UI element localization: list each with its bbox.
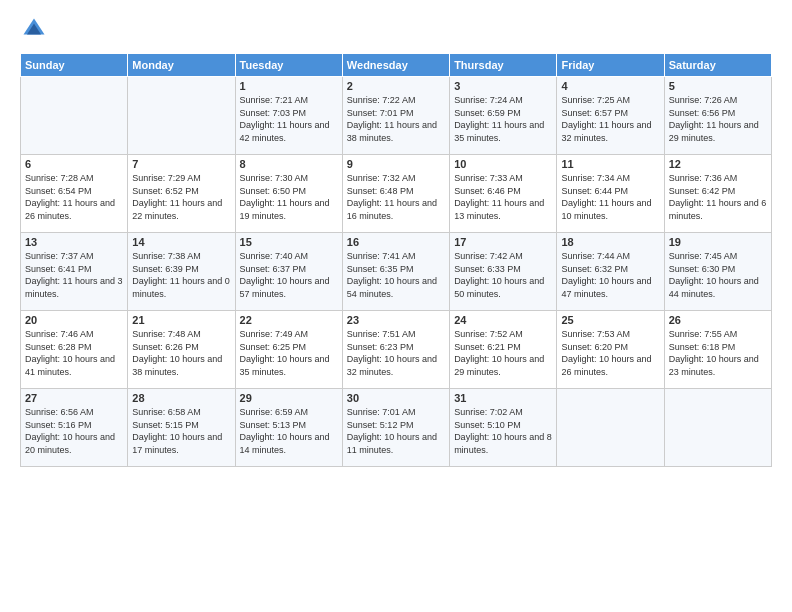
day-info: Sunrise: 7:42 AM Sunset: 6:33 PM Dayligh… (454, 250, 552, 300)
day-info: Sunrise: 7:37 AM Sunset: 6:41 PM Dayligh… (25, 250, 123, 300)
day-cell: 22Sunrise: 7:49 AM Sunset: 6:25 PM Dayli… (235, 311, 342, 389)
day-info: Sunrise: 7:38 AM Sunset: 6:39 PM Dayligh… (132, 250, 230, 300)
day-cell: 27Sunrise: 6:56 AM Sunset: 5:16 PM Dayli… (21, 389, 128, 467)
day-info: Sunrise: 7:46 AM Sunset: 6:28 PM Dayligh… (25, 328, 123, 378)
day-info: Sunrise: 7:25 AM Sunset: 6:57 PM Dayligh… (561, 94, 659, 144)
col-header-tuesday: Tuesday (235, 54, 342, 77)
day-info: Sunrise: 7:21 AM Sunset: 7:03 PM Dayligh… (240, 94, 338, 144)
day-number: 26 (669, 314, 767, 326)
day-info: Sunrise: 7:49 AM Sunset: 6:25 PM Dayligh… (240, 328, 338, 378)
day-number: 7 (132, 158, 230, 170)
day-number: 8 (240, 158, 338, 170)
col-header-saturday: Saturday (664, 54, 771, 77)
day-number: 5 (669, 80, 767, 92)
day-info: Sunrise: 7:44 AM Sunset: 6:32 PM Dayligh… (561, 250, 659, 300)
day-cell: 6Sunrise: 7:28 AM Sunset: 6:54 PM Daylig… (21, 155, 128, 233)
day-info: Sunrise: 6:59 AM Sunset: 5:13 PM Dayligh… (240, 406, 338, 456)
page: SundayMondayTuesdayWednesdayThursdayFrid… (0, 0, 792, 612)
day-number: 30 (347, 392, 445, 404)
day-cell: 17Sunrise: 7:42 AM Sunset: 6:33 PM Dayli… (450, 233, 557, 311)
logo-icon (20, 15, 48, 43)
day-info: Sunrise: 7:48 AM Sunset: 6:26 PM Dayligh… (132, 328, 230, 378)
day-cell: 14Sunrise: 7:38 AM Sunset: 6:39 PM Dayli… (128, 233, 235, 311)
day-info: Sunrise: 7:32 AM Sunset: 6:48 PM Dayligh… (347, 172, 445, 222)
day-info: Sunrise: 7:28 AM Sunset: 6:54 PM Dayligh… (25, 172, 123, 222)
day-cell: 13Sunrise: 7:37 AM Sunset: 6:41 PM Dayli… (21, 233, 128, 311)
day-number: 16 (347, 236, 445, 248)
day-info: Sunrise: 7:45 AM Sunset: 6:30 PM Dayligh… (669, 250, 767, 300)
day-cell: 7Sunrise: 7:29 AM Sunset: 6:52 PM Daylig… (128, 155, 235, 233)
day-info: Sunrise: 7:34 AM Sunset: 6:44 PM Dayligh… (561, 172, 659, 222)
day-number: 31 (454, 392, 552, 404)
day-cell: 3Sunrise: 7:24 AM Sunset: 6:59 PM Daylig… (450, 77, 557, 155)
day-info: Sunrise: 7:41 AM Sunset: 6:35 PM Dayligh… (347, 250, 445, 300)
day-cell: 26Sunrise: 7:55 AM Sunset: 6:18 PM Dayli… (664, 311, 771, 389)
day-cell: 5Sunrise: 7:26 AM Sunset: 6:56 PM Daylig… (664, 77, 771, 155)
day-cell: 23Sunrise: 7:51 AM Sunset: 6:23 PM Dayli… (342, 311, 449, 389)
week-row-2: 6Sunrise: 7:28 AM Sunset: 6:54 PM Daylig… (21, 155, 772, 233)
day-cell: 4Sunrise: 7:25 AM Sunset: 6:57 PM Daylig… (557, 77, 664, 155)
day-cell: 8Sunrise: 7:30 AM Sunset: 6:50 PM Daylig… (235, 155, 342, 233)
day-cell: 16Sunrise: 7:41 AM Sunset: 6:35 PM Dayli… (342, 233, 449, 311)
day-cell: 12Sunrise: 7:36 AM Sunset: 6:42 PM Dayli… (664, 155, 771, 233)
day-cell: 18Sunrise: 7:44 AM Sunset: 6:32 PM Dayli… (557, 233, 664, 311)
day-number: 27 (25, 392, 123, 404)
day-number: 23 (347, 314, 445, 326)
col-header-thursday: Thursday (450, 54, 557, 77)
day-info: Sunrise: 7:26 AM Sunset: 6:56 PM Dayligh… (669, 94, 767, 144)
day-cell: 11Sunrise: 7:34 AM Sunset: 6:44 PM Dayli… (557, 155, 664, 233)
day-info: Sunrise: 7:51 AM Sunset: 6:23 PM Dayligh… (347, 328, 445, 378)
day-cell: 15Sunrise: 7:40 AM Sunset: 6:37 PM Dayli… (235, 233, 342, 311)
week-row-1: 1Sunrise: 7:21 AM Sunset: 7:03 PM Daylig… (21, 77, 772, 155)
day-cell (128, 77, 235, 155)
day-cell: 21Sunrise: 7:48 AM Sunset: 6:26 PM Dayli… (128, 311, 235, 389)
day-cell: 29Sunrise: 6:59 AM Sunset: 5:13 PM Dayli… (235, 389, 342, 467)
col-header-monday: Monday (128, 54, 235, 77)
day-number: 15 (240, 236, 338, 248)
day-info: Sunrise: 7:02 AM Sunset: 5:10 PM Dayligh… (454, 406, 552, 456)
day-number: 6 (25, 158, 123, 170)
header (20, 15, 772, 43)
day-info: Sunrise: 7:36 AM Sunset: 6:42 PM Dayligh… (669, 172, 767, 222)
day-number: 19 (669, 236, 767, 248)
day-number: 14 (132, 236, 230, 248)
day-number: 11 (561, 158, 659, 170)
day-cell: 10Sunrise: 7:33 AM Sunset: 6:46 PM Dayli… (450, 155, 557, 233)
day-number: 10 (454, 158, 552, 170)
day-cell: 2Sunrise: 7:22 AM Sunset: 7:01 PM Daylig… (342, 77, 449, 155)
col-header-friday: Friday (557, 54, 664, 77)
week-row-3: 13Sunrise: 7:37 AM Sunset: 6:41 PM Dayli… (21, 233, 772, 311)
day-cell: 9Sunrise: 7:32 AM Sunset: 6:48 PM Daylig… (342, 155, 449, 233)
day-info: Sunrise: 7:24 AM Sunset: 6:59 PM Dayligh… (454, 94, 552, 144)
day-cell (664, 389, 771, 467)
day-cell: 28Sunrise: 6:58 AM Sunset: 5:15 PM Dayli… (128, 389, 235, 467)
day-number: 21 (132, 314, 230, 326)
calendar-table: SundayMondayTuesdayWednesdayThursdayFrid… (20, 53, 772, 467)
col-header-sunday: Sunday (21, 54, 128, 77)
day-number: 9 (347, 158, 445, 170)
day-number: 17 (454, 236, 552, 248)
day-cell: 25Sunrise: 7:53 AM Sunset: 6:20 PM Dayli… (557, 311, 664, 389)
day-number: 25 (561, 314, 659, 326)
day-number: 3 (454, 80, 552, 92)
day-info: Sunrise: 7:40 AM Sunset: 6:37 PM Dayligh… (240, 250, 338, 300)
day-number: 24 (454, 314, 552, 326)
week-row-5: 27Sunrise: 6:56 AM Sunset: 5:16 PM Dayli… (21, 389, 772, 467)
day-info: Sunrise: 7:29 AM Sunset: 6:52 PM Dayligh… (132, 172, 230, 222)
logo (20, 15, 52, 43)
day-cell (21, 77, 128, 155)
day-cell: 24Sunrise: 7:52 AM Sunset: 6:21 PM Dayli… (450, 311, 557, 389)
day-info: Sunrise: 6:58 AM Sunset: 5:15 PM Dayligh… (132, 406, 230, 456)
day-info: Sunrise: 7:33 AM Sunset: 6:46 PM Dayligh… (454, 172, 552, 222)
week-row-4: 20Sunrise: 7:46 AM Sunset: 6:28 PM Dayli… (21, 311, 772, 389)
day-cell: 1Sunrise: 7:21 AM Sunset: 7:03 PM Daylig… (235, 77, 342, 155)
day-info: Sunrise: 7:01 AM Sunset: 5:12 PM Dayligh… (347, 406, 445, 456)
day-cell: 30Sunrise: 7:01 AM Sunset: 5:12 PM Dayli… (342, 389, 449, 467)
day-number: 29 (240, 392, 338, 404)
day-cell (557, 389, 664, 467)
day-cell: 20Sunrise: 7:46 AM Sunset: 6:28 PM Dayli… (21, 311, 128, 389)
day-info: Sunrise: 7:30 AM Sunset: 6:50 PM Dayligh… (240, 172, 338, 222)
day-number: 13 (25, 236, 123, 248)
day-info: Sunrise: 7:53 AM Sunset: 6:20 PM Dayligh… (561, 328, 659, 378)
day-number: 28 (132, 392, 230, 404)
